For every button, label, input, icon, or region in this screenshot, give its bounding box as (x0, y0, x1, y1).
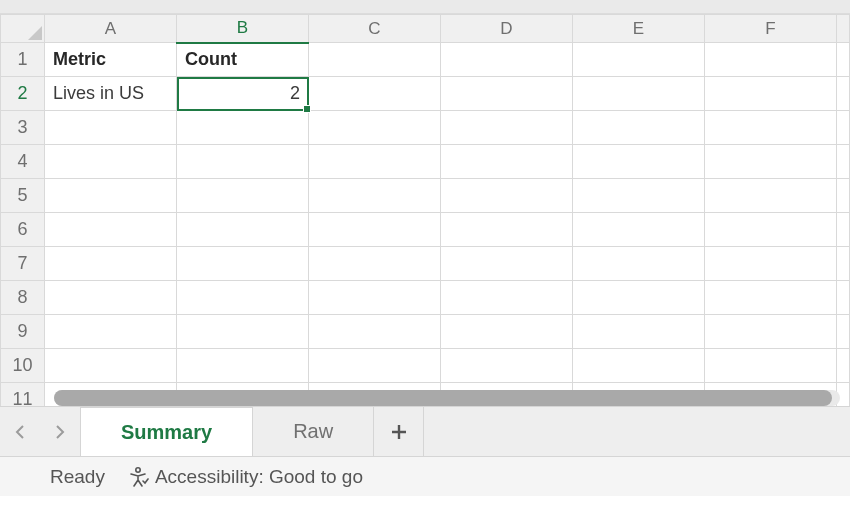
cell-F2[interactable] (705, 77, 837, 111)
cell-E6[interactable] (573, 213, 705, 247)
sheet-tab-raw[interactable]: Raw (253, 407, 374, 456)
row-header-1[interactable]: 1 (1, 43, 45, 77)
cell-A6[interactable] (45, 213, 177, 247)
cell-overflow-4[interactable] (837, 145, 850, 179)
cell-C4[interactable] (309, 145, 441, 179)
cell-F6[interactable] (705, 213, 837, 247)
cell-A9[interactable] (45, 315, 177, 349)
select-all-corner[interactable] (1, 15, 45, 43)
cell-F10[interactable] (705, 349, 837, 383)
cell-overflow-10[interactable] (837, 349, 850, 383)
cell-D4[interactable] (441, 145, 573, 179)
cell-C10[interactable] (309, 349, 441, 383)
cell-overflow-6[interactable] (837, 213, 850, 247)
col-header-B[interactable]: B (177, 15, 309, 43)
row-header-8[interactable]: 8 (1, 281, 45, 315)
col-header-D[interactable]: D (441, 15, 573, 43)
cell-E9[interactable] (573, 315, 705, 349)
cell-B9[interactable] (177, 315, 309, 349)
cell-D5[interactable] (441, 179, 573, 213)
cell-F9[interactable] (705, 315, 837, 349)
cell-F8[interactable] (705, 281, 837, 315)
col-header-overflow[interactable] (837, 15, 850, 43)
horizontal-scrollbar[interactable] (54, 390, 840, 406)
cell-B5[interactable] (177, 179, 309, 213)
col-header-A[interactable]: A (45, 15, 177, 43)
cell-F7[interactable] (705, 247, 837, 281)
row-header-9[interactable]: 9 (1, 315, 45, 349)
svg-point-0 (136, 467, 140, 471)
cell-E4[interactable] (573, 145, 705, 179)
cell-E5[interactable] (573, 179, 705, 213)
sheet-tab-summary[interactable]: Summary (80, 407, 253, 456)
cell-E8[interactable] (573, 281, 705, 315)
cell-D6[interactable] (441, 213, 573, 247)
cell-overflow-5[interactable] (837, 179, 850, 213)
tab-nav-next[interactable] (40, 407, 80, 456)
cell-C7[interactable] (309, 247, 441, 281)
row-header-5[interactable]: 5 (1, 179, 45, 213)
cell-D7[interactable] (441, 247, 573, 281)
row-header-7[interactable]: 7 (1, 247, 45, 281)
cell-A10[interactable] (45, 349, 177, 383)
cell-E2[interactable] (573, 77, 705, 111)
cell-E1[interactable] (573, 43, 705, 77)
cell-B7[interactable] (177, 247, 309, 281)
cell-overflow-1[interactable] (837, 43, 850, 77)
cell-overflow-9[interactable] (837, 315, 850, 349)
cell-D2[interactable] (441, 77, 573, 111)
horizontal-scrollbar-thumb[interactable] (54, 390, 832, 406)
cell-A5[interactable] (45, 179, 177, 213)
cell-D10[interactable] (441, 349, 573, 383)
spreadsheet-grid[interactable]: A B C D E F 1 Metric Count 2 Lives in (0, 14, 850, 406)
row-7: 7 (1, 247, 850, 281)
row-header-6[interactable]: 6 (1, 213, 45, 247)
col-header-C[interactable]: C (309, 15, 441, 43)
cell-C2[interactable] (309, 77, 441, 111)
cell-F1[interactable] (705, 43, 837, 77)
cell-overflow-2[interactable] (837, 77, 850, 111)
cell-A1[interactable]: Metric (45, 43, 177, 77)
add-sheet-button[interactable] (374, 407, 424, 456)
cell-A3[interactable] (45, 111, 177, 145)
cell-D9[interactable] (441, 315, 573, 349)
cell-F5[interactable] (705, 179, 837, 213)
cell-C1[interactable] (309, 43, 441, 77)
cell-D8[interactable] (441, 281, 573, 315)
cell-A4[interactable] (45, 145, 177, 179)
cell-A7[interactable] (45, 247, 177, 281)
tab-nav-prev[interactable] (0, 407, 40, 456)
cell-overflow-8[interactable] (837, 281, 850, 315)
status-accessibility[interactable]: Accessibility: Good to go (127, 466, 363, 488)
row-header-3[interactable]: 3 (1, 111, 45, 145)
cell-A8[interactable] (45, 281, 177, 315)
cell-E10[interactable] (573, 349, 705, 383)
cell-overflow-7[interactable] (837, 247, 850, 281)
cell-B6[interactable] (177, 213, 309, 247)
row-header-2[interactable]: 2 (1, 77, 45, 111)
cell-B4[interactable] (177, 145, 309, 179)
cell-B1[interactable]: Count (177, 43, 309, 77)
cell-C9[interactable] (309, 315, 441, 349)
row-header-10[interactable]: 10 (1, 349, 45, 383)
cell-C6[interactable] (309, 213, 441, 247)
cell-A2[interactable]: Lives in US (45, 77, 177, 111)
cell-C3[interactable] (309, 111, 441, 145)
cell-B2[interactable]: 2 (177, 77, 309, 111)
col-header-F[interactable]: F (705, 15, 837, 43)
cell-B8[interactable] (177, 281, 309, 315)
cell-overflow-3[interactable] (837, 111, 850, 145)
cell-C8[interactable] (309, 281, 441, 315)
cell-F3[interactable] (705, 111, 837, 145)
cell-B3[interactable] (177, 111, 309, 145)
col-header-E[interactable]: E (573, 15, 705, 43)
cell-E7[interactable] (573, 247, 705, 281)
cell-D1[interactable] (441, 43, 573, 77)
row-header-4[interactable]: 4 (1, 145, 45, 179)
row-header-11[interactable]: 11 (1, 383, 45, 407)
cell-C5[interactable] (309, 179, 441, 213)
cell-B10[interactable] (177, 349, 309, 383)
cell-D3[interactable] (441, 111, 573, 145)
cell-E3[interactable] (573, 111, 705, 145)
cell-F4[interactable] (705, 145, 837, 179)
